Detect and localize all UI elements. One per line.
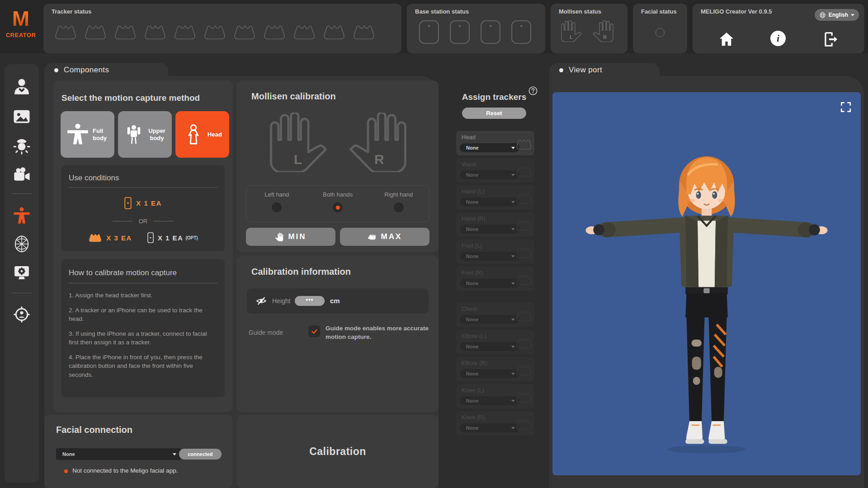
reset-button[interactable]: Reset bbox=[462, 108, 526, 119]
tracker-icon bbox=[114, 23, 137, 41]
guide-mode-checkbox[interactable] bbox=[308, 325, 320, 337]
tracker-icon bbox=[174, 23, 196, 41]
tracker-icon bbox=[293, 23, 316, 41]
height-value-field[interactable]: *** bbox=[295, 296, 325, 306]
calibration-button[interactable]: Calibration bbox=[237, 415, 439, 488]
how-to-step: 1. Assign the head tracker first. bbox=[69, 291, 216, 300]
use-conditions-card: Use conditions X 1 EA OR X 3 EA X 1 EA bbox=[61, 165, 225, 251]
upper-body-icon bbox=[123, 124, 144, 145]
tracker-select[interactable]: None bbox=[460, 170, 519, 179]
mollisen-calibration-title: Mollisen calibration bbox=[251, 91, 336, 102]
eye-off-icon[interactable] bbox=[256, 296, 267, 306]
how-to-card: How to calibrate motion capture 1. Assig… bbox=[61, 259, 225, 397]
tracker-select[interactable]: None bbox=[460, 396, 519, 405]
method-head-button[interactable]: Head bbox=[175, 111, 229, 158]
mollisen-calibration-card: Mollisen calibration L R Left hand Both … bbox=[237, 80, 439, 252]
tab-components[interactable]: Components bbox=[44, 63, 168, 77]
how-to-step: 4. Place the iPhone in front of you, the… bbox=[69, 353, 216, 380]
max-label: MAX bbox=[381, 232, 402, 241]
radio-left-hand[interactable] bbox=[272, 202, 282, 212]
height-unit: cm bbox=[330, 297, 340, 305]
tab-viewport-label: View port bbox=[569, 66, 602, 75]
viewport-3d-canvas[interactable] bbox=[552, 92, 861, 475]
chevron-down-icon bbox=[511, 319, 515, 321]
chevron-down-icon bbox=[511, 174, 515, 176]
method-full-body-button[interactable]: Full body bbox=[61, 111, 114, 158]
tracker-icon bbox=[144, 23, 166, 41]
divider bbox=[69, 187, 217, 188]
open-hand-icon bbox=[275, 233, 283, 241]
tracker-select[interactable]: None bbox=[460, 143, 519, 152]
radio-both-hands[interactable] bbox=[333, 202, 343, 212]
capture-method-card: Select the motion capture method Full bo… bbox=[53, 80, 233, 412]
tracker-icon bbox=[516, 192, 532, 204]
head-icon bbox=[183, 124, 204, 145]
chevron-down-icon bbox=[173, 453, 176, 455]
sidebar-item-facial-capture[interactable] bbox=[13, 235, 31, 253]
sidebar-item-motion-capture[interactable] bbox=[13, 207, 31, 225]
height-label: Height bbox=[272, 297, 290, 305]
tab-viewport[interactable]: View port bbox=[549, 63, 660, 77]
globe-icon bbox=[819, 12, 826, 19]
base-station-icon bbox=[480, 20, 501, 44]
how-to-step: 3. If using the iPhone as a tracker, con… bbox=[69, 329, 216, 347]
chevron-down-icon bbox=[851, 14, 854, 16]
sidebar-item-avatar[interactable] bbox=[13, 78, 31, 96]
calibration-information-card: Calibration information Height *** cm Gu… bbox=[237, 256, 439, 412]
mollisen-status-label: Mollisen status bbox=[559, 8, 601, 15]
max-calibration-button[interactable]: MAX bbox=[340, 228, 429, 246]
tracker-icon bbox=[516, 138, 532, 150]
info-button[interactable]: i bbox=[770, 31, 786, 46]
tracker-status-label: Tracker status bbox=[52, 8, 91, 15]
facial-status-label: Facial status bbox=[641, 8, 677, 15]
tracker-select[interactable]: None bbox=[460, 252, 519, 261]
use-condition-option3-suffix: (OPT) bbox=[185, 235, 198, 240]
exit-button[interactable] bbox=[822, 31, 839, 48]
tracker-select[interactable]: None bbox=[460, 225, 519, 234]
tracker-select[interactable]: None bbox=[460, 423, 519, 432]
sidebar-item-tracking-target[interactable] bbox=[13, 305, 31, 324]
sidebar-item-background-image[interactable] bbox=[13, 108, 31, 126]
check-icon bbox=[311, 328, 318, 335]
home-button[interactable] bbox=[718, 31, 735, 48]
full-body-icon bbox=[66, 123, 90, 146]
facial-status-message: Not connected to the Meligo facial app. bbox=[72, 467, 178, 474]
facial-connection-title: Facial connection bbox=[56, 425, 132, 435]
tracker-select[interactable]: None bbox=[460, 369, 519, 378]
left-hand-icon bbox=[561, 18, 582, 44]
chevron-down-icon bbox=[511, 427, 515, 429]
tracker-icon bbox=[88, 233, 102, 243]
tracker-select[interactable]: None bbox=[460, 342, 519, 351]
language-selector[interactable]: English bbox=[815, 9, 859, 21]
tracker-select[interactable]: None bbox=[460, 279, 519, 288]
app-info-panel: MELIGO Creator Ver 0.9.5 English i bbox=[693, 4, 864, 53]
tracker-icon bbox=[516, 165, 532, 177]
guide-mode-label: Guide mode bbox=[249, 329, 283, 336]
tracker-icon bbox=[516, 364, 532, 376]
tracker-select[interactable]: None bbox=[460, 315, 519, 324]
tracker-select[interactable]: None bbox=[460, 197, 519, 206]
tracker-assign-row-knee-l: Knee (L) None bbox=[456, 384, 534, 408]
radio-right-hand[interactable] bbox=[394, 202, 404, 212]
app-window: M CREATOR Tracker status Base station st… bbox=[0, 0, 868, 488]
fullscreen-icon[interactable] bbox=[840, 101, 852, 113]
facial-device-select[interactable]: None bbox=[56, 448, 181, 460]
assign-trackers-title: Assign trackers bbox=[443, 92, 545, 102]
app-title: MELIGO Creator Ver 0.9.5 bbox=[701, 8, 772, 15]
sidebar-item-camera[interactable] bbox=[13, 166, 31, 184]
viewport-panel bbox=[549, 76, 864, 488]
right-hand-letter: R bbox=[603, 34, 607, 40]
facial-connect-button[interactable]: connected bbox=[179, 449, 222, 460]
sidebar-item-system-settings[interactable] bbox=[13, 264, 31, 282]
tracker-icon bbox=[323, 23, 345, 41]
min-label: MIN bbox=[288, 232, 306, 241]
method-upper-body-button[interactable]: Upper body bbox=[118, 111, 172, 158]
min-calibration-button[interactable]: MIN bbox=[246, 228, 335, 246]
tracker-assign-row-knee-r: Knee (R) None bbox=[456, 411, 534, 436]
mollisen-status-panel: Mollisen status L R bbox=[551, 4, 627, 53]
chevron-down-icon bbox=[511, 228, 515, 230]
right-hand-letter: R bbox=[374, 152, 384, 167]
tracker-assign-row-waist: Waist None bbox=[456, 158, 534, 183]
sidebar-item-lighting[interactable] bbox=[13, 136, 31, 155]
tab-dot-icon bbox=[54, 68, 58, 72]
